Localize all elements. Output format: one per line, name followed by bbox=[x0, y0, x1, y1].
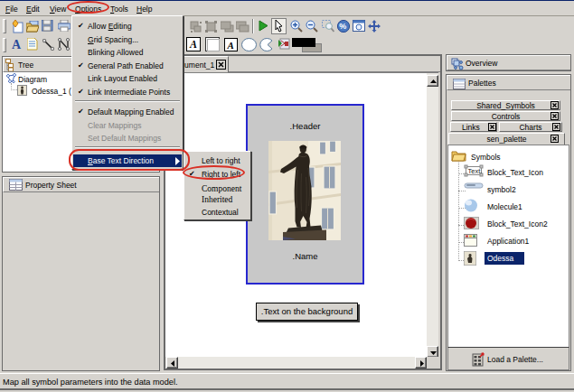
svg-text:%: % bbox=[339, 22, 346, 31]
svg-text:A: A bbox=[189, 38, 197, 51]
svg-text:A: A bbox=[12, 38, 22, 51]
svg-text:A: A bbox=[227, 40, 234, 51]
svg-text:Text.: Text. bbox=[468, 167, 483, 175]
